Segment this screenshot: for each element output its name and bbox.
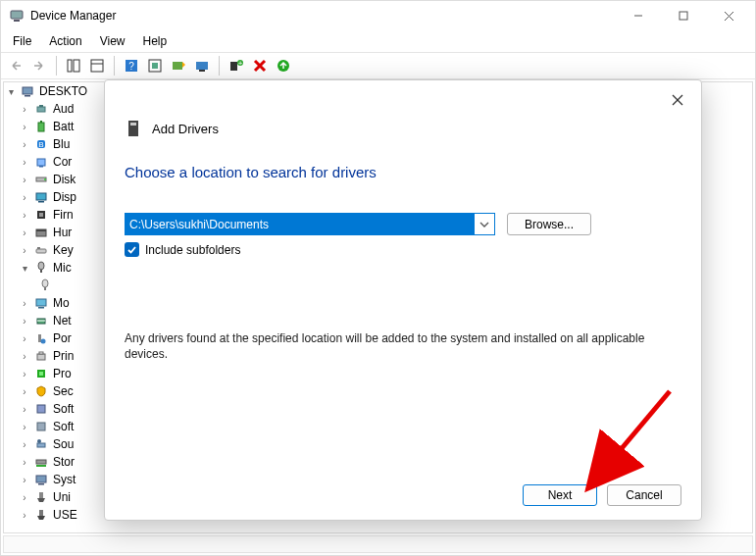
chevron-right-icon[interactable]: › xyxy=(20,210,29,221)
tree-item[interactable]: ›Mo xyxy=(4,294,110,312)
include-subfolders-label: Include subfolders xyxy=(145,243,240,257)
tree-item[interactable]: ›Prin xyxy=(4,347,110,365)
chevron-right-icon[interactable]: › xyxy=(20,157,29,168)
chevron-down-icon[interactable]: ▾ xyxy=(6,86,16,97)
chevron-right-icon[interactable]: › xyxy=(20,386,29,397)
tree-item[interactable]: ›USE xyxy=(4,506,110,524)
device-tree[interactable]: ▾ DESKTO ›Aud›Batt›BBlu›Cor›Disk›Disp›Fi… xyxy=(4,82,110,532)
chevron-right-icon[interactable]: › xyxy=(20,245,29,256)
chevron-right-icon[interactable]: › xyxy=(20,492,29,503)
svg-rect-65 xyxy=(39,492,43,498)
device-category-icon xyxy=(33,207,49,223)
update-driver-button[interactable] xyxy=(168,55,189,76)
chevron-right-icon[interactable]: › xyxy=(20,422,29,432)
tree-item[interactable]: ›Syst xyxy=(4,471,110,488)
menu-action[interactable]: Action xyxy=(41,32,89,50)
tree-item[interactable]: ›Sou xyxy=(4,435,110,453)
chevron-right-icon[interactable]: › xyxy=(20,439,29,450)
show-hide-tree-button[interactable] xyxy=(63,55,84,76)
scan-hardware-button[interactable] xyxy=(191,55,213,76)
svg-rect-26 xyxy=(39,105,43,107)
add-drivers-dialog: Add Drivers Choose a location to search … xyxy=(104,79,702,521)
chevron-right-icon[interactable]: › xyxy=(20,510,29,521)
chevron-down-icon[interactable]: ▾ xyxy=(20,263,29,274)
chevron-right-icon[interactable]: › xyxy=(20,333,29,344)
tree-item[interactable]: ›Firn xyxy=(4,206,110,224)
tree-label: Blu xyxy=(53,137,70,151)
chevron-right-icon[interactable]: › xyxy=(20,316,29,327)
menu-file[interactable]: File xyxy=(5,32,39,50)
close-button[interactable] xyxy=(706,1,751,30)
chevron-down-icon[interactable] xyxy=(475,220,494,229)
tree-item[interactable]: ›Stor xyxy=(4,453,110,471)
chevron-right-icon[interactable]: › xyxy=(20,175,29,185)
forward-button[interactable] xyxy=(28,55,50,76)
tree-item[interactable]: ›Disk xyxy=(4,171,110,188)
tree-item[interactable]: ▾Mic xyxy=(4,259,110,277)
help-button[interactable]: ? xyxy=(121,55,142,76)
tree-root[interactable]: ▾ DESKTO xyxy=(4,82,110,100)
svg-point-34 xyxy=(44,178,46,180)
chevron-right-icon[interactable]: › xyxy=(20,369,29,379)
chevron-right-icon[interactable]: › xyxy=(20,139,29,150)
svg-rect-7 xyxy=(74,60,79,72)
tree-item[interactable]: ›Por xyxy=(4,329,110,347)
cancel-button[interactable]: Cancel xyxy=(607,484,681,506)
tree-item[interactable]: ›Soft xyxy=(4,418,110,435)
path-value[interactable]: C:\Users\sukhi\Documents xyxy=(126,214,475,234)
tree-item[interactable]: ›Disp xyxy=(4,188,110,206)
chevron-right-icon[interactable]: › xyxy=(20,404,29,415)
svg-rect-31 xyxy=(37,159,45,166)
tree-item[interactable]: ›Sec xyxy=(4,382,110,400)
svg-rect-15 xyxy=(196,62,208,70)
dialog-close-button[interactable] xyxy=(664,86,691,114)
tree-label: Soft xyxy=(53,402,74,416)
tree-label: Stor xyxy=(53,455,75,469)
chevron-right-icon[interactable]: › xyxy=(20,227,29,238)
svg-rect-47 xyxy=(36,299,46,306)
next-button[interactable]: Next xyxy=(523,484,597,506)
svg-rect-3 xyxy=(680,12,687,20)
minimize-button[interactable] xyxy=(616,1,661,30)
enable-button[interactable] xyxy=(273,55,294,76)
svg-rect-44 xyxy=(40,270,42,273)
tree-label: Syst xyxy=(53,473,76,486)
tree-item[interactable]: ›Soft xyxy=(4,400,110,418)
menu-help[interactable]: Help xyxy=(135,32,176,50)
svg-rect-36 xyxy=(38,201,44,203)
device-category-icon xyxy=(33,172,49,187)
tree-item[interactable]: ›Hur xyxy=(4,224,110,241)
dialog-title: Add Drivers xyxy=(152,122,219,136)
svg-rect-56 xyxy=(39,372,43,376)
chevron-right-icon[interactable]: › xyxy=(20,122,29,132)
add-driver-button[interactable]: + xyxy=(226,55,247,76)
chevron-right-icon[interactable]: › xyxy=(20,104,29,115)
tree-label: Mic xyxy=(53,261,72,275)
tree-item[interactable] xyxy=(4,277,110,294)
include-subfolders-checkbox[interactable] xyxy=(125,242,139,257)
chevron-right-icon[interactable]: › xyxy=(20,475,29,485)
tree-item[interactable]: ›Aud xyxy=(4,100,110,118)
maximize-button[interactable] xyxy=(661,1,706,30)
tree-item[interactable]: ›Uni xyxy=(4,488,110,506)
tree-item[interactable]: ›Net xyxy=(4,312,110,329)
menu-view[interactable]: View xyxy=(92,32,133,50)
tree-item[interactable]: ›Batt xyxy=(4,118,110,135)
uninstall-button[interactable] xyxy=(249,55,271,76)
chevron-right-icon[interactable]: › xyxy=(20,192,29,203)
scan-button[interactable] xyxy=(144,55,166,76)
path-combobox[interactable]: C:\Users\sukhi\Documents xyxy=(125,213,495,235)
chevron-right-icon[interactable]: › xyxy=(20,298,29,309)
tree-item[interactable]: ›Key xyxy=(4,241,110,259)
properties-button[interactable] xyxy=(86,55,108,76)
chevron-right-icon[interactable]: › xyxy=(20,351,29,362)
back-button[interactable] xyxy=(5,55,26,76)
browse-button[interactable]: Browse... xyxy=(507,213,591,235)
tree-item[interactable]: ›Pro xyxy=(4,365,110,382)
chevron-right-icon[interactable]: › xyxy=(20,457,29,468)
tree-item[interactable]: ›Cor xyxy=(4,153,110,171)
tree-item[interactable]: ›BBlu xyxy=(4,135,110,153)
computer-icon xyxy=(20,83,35,99)
device-category-icon xyxy=(33,419,49,434)
driver-icon xyxy=(125,120,142,137)
